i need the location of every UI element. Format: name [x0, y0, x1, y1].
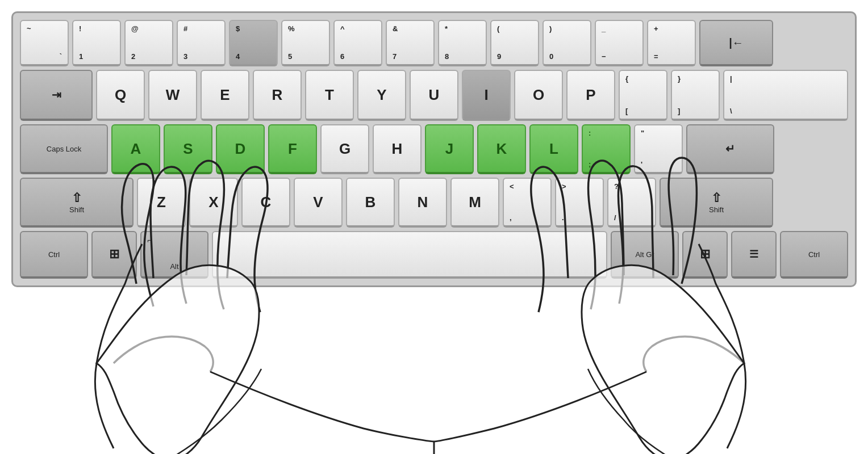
- key-altgr[interactable]: Alt Gr: [611, 231, 679, 279]
- qwerty-row: ⇥ Q W E R T Y U I O P { [ } ] | \: [20, 70, 848, 121]
- home-row: Caps Lock A S D F G H J K L : ; " ' ↵: [20, 124, 848, 174]
- key-tab[interactable]: ⇥: [20, 70, 93, 121]
- key-backtick[interactable]: ~ `: [20, 20, 69, 66]
- key-slash[interactable]: ? /: [607, 178, 656, 228]
- key-5[interactable]: % 5: [281, 20, 330, 66]
- key-p[interactable]: P: [566, 70, 615, 121]
- key-capslock[interactable]: Caps Lock: [20, 124, 108, 174]
- key-a[interactable]: A: [111, 124, 160, 174]
- number-row: ~ ` ! 1 @ 2 # 3 $ 4 % 5: [20, 20, 848, 66]
- key-shift-left[interactable]: ⇧ Shift: [20, 178, 133, 228]
- key-6[interactable]: ^ 6: [333, 20, 382, 66]
- key-1[interactable]: ! 1: [72, 20, 121, 66]
- key-comma[interactable]: < ,: [503, 178, 552, 228]
- key-semicolon[interactable]: : ;: [582, 124, 631, 174]
- key-minus[interactable]: _ −: [595, 20, 644, 66]
- key-s[interactable]: S: [164, 124, 212, 174]
- bottom-row: Ctrl ⊞ ⌐ Alt Alt Gr ⊞ ☰ Ctrl: [20, 231, 848, 279]
- key-v[interactable]: V: [294, 178, 343, 228]
- key-enter[interactable]: ↵: [686, 124, 774, 174]
- key-f[interactable]: F: [268, 124, 317, 174]
- key-t[interactable]: T: [305, 70, 354, 121]
- keyboard-container: ~ ` ! 1 @ 2 # 3 $ 4 % 5: [11, 11, 857, 287]
- key-quote[interactable]: " ': [634, 124, 683, 174]
- key-7[interactable]: & 7: [386, 20, 435, 66]
- key-q[interactable]: Q: [96, 70, 145, 121]
- key-g[interactable]: G: [320, 124, 369, 174]
- key-shift-right[interactable]: ⇧ Shift: [660, 178, 773, 228]
- key-lbracket[interactable]: { [: [619, 70, 667, 121]
- key-win-right[interactable]: ⊞: [682, 231, 728, 279]
- key-i[interactable]: I: [462, 70, 511, 121]
- key-menu[interactable]: ☰: [731, 231, 777, 279]
- key-j[interactable]: J: [425, 124, 474, 174]
- key-backspace[interactable]: |←: [699, 20, 773, 66]
- key-n[interactable]: N: [398, 178, 447, 228]
- keyboard: ~ ` ! 1 @ 2 # 3 $ 4 % 5: [11, 11, 857, 287]
- key-win-left[interactable]: ⊞: [91, 231, 137, 279]
- key-c[interactable]: C: [241, 178, 290, 228]
- key-m[interactable]: M: [450, 178, 499, 228]
- key-alt-left[interactable]: ⌐ Alt: [140, 231, 208, 279]
- key-o[interactable]: O: [514, 70, 563, 121]
- key-9[interactable]: ( 9: [490, 20, 539, 66]
- key-2[interactable]: @ 2: [124, 20, 173, 66]
- key-ctrl-right[interactable]: Ctrl: [780, 231, 848, 279]
- key-u[interactable]: U: [410, 70, 458, 121]
- key-x[interactable]: X: [189, 178, 238, 228]
- key-rbracket[interactable]: } ]: [671, 70, 720, 121]
- key-d[interactable]: D: [216, 124, 265, 174]
- key-h[interactable]: H: [373, 124, 422, 174]
- key-3[interactable]: # 3: [177, 20, 226, 66]
- key-8[interactable]: * 8: [438, 20, 487, 66]
- key-r[interactable]: R: [253, 70, 302, 121]
- key-y[interactable]: Y: [357, 70, 406, 121]
- key-w[interactable]: W: [148, 70, 197, 121]
- key-ctrl-left[interactable]: Ctrl: [20, 231, 88, 279]
- key-backslash[interactable]: | \: [723, 70, 848, 121]
- key-z[interactable]: Z: [137, 178, 186, 228]
- key-b[interactable]: B: [346, 178, 395, 228]
- key-space[interactable]: [212, 231, 607, 279]
- key-l[interactable]: L: [529, 124, 578, 174]
- key-e[interactable]: E: [201, 70, 249, 121]
- key-k[interactable]: K: [477, 124, 526, 174]
- key-equals[interactable]: + =: [647, 20, 696, 66]
- key-period[interactable]: > .: [555, 178, 604, 228]
- shift-row: ⇧ Shift Z X C V B N M < , > . ? / ⇧: [20, 178, 848, 228]
- key-4[interactable]: $ 4: [229, 20, 278, 66]
- key-0[interactable]: ) 0: [542, 20, 591, 66]
